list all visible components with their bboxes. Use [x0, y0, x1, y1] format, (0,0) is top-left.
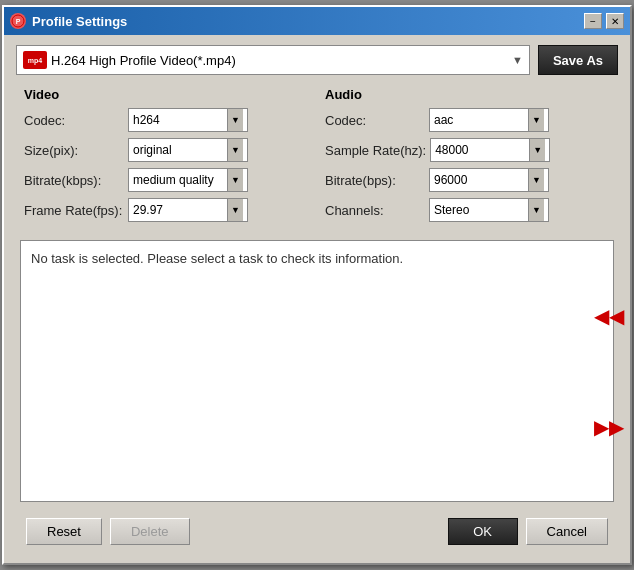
delete-button[interactable]: Delete	[110, 518, 190, 545]
footer-right-buttons: OK Cancel	[448, 518, 608, 545]
audio-bitrate-row: Bitrate(bps): 96000 ▼	[325, 168, 610, 192]
audio-channels-row: Channels: Stereo ▼	[325, 198, 610, 222]
video-codec-label: Codec:	[24, 113, 124, 128]
audio-channels-value: Stereo	[434, 203, 528, 217]
profile-select[interactable]: mp4 H.264 High Profile Video(*.mp4) ▼	[16, 45, 530, 75]
video-bitrate-select[interactable]: medium quality ▼	[128, 168, 248, 192]
video-size-value: original	[133, 143, 227, 157]
video-bitrate-value: medium quality	[133, 173, 227, 187]
app-icon: P	[10, 13, 26, 29]
title-bar-left: P Profile Settings	[10, 13, 127, 29]
video-framerate-value: 29.97	[133, 203, 227, 217]
audio-codec-label: Codec:	[325, 113, 425, 128]
video-framerate-select[interactable]: 29.97 ▼	[128, 198, 248, 222]
profile-settings-window: P Profile Settings − ✕ mp4 H.264 High Pr…	[2, 5, 632, 565]
audio-bitrate-arrow[interactable]: ▼	[528, 169, 544, 191]
minimize-button[interactable]: −	[584, 13, 602, 29]
audio-codec-select[interactable]: aac ▼	[429, 108, 549, 132]
video-framerate-row: Frame Rate(fps): 29.97 ▼	[24, 198, 309, 222]
video-codec-value: h264	[133, 113, 227, 127]
footer: Reset Delete OK Cancel	[16, 510, 618, 553]
forward-button[interactable]: ▶▶	[594, 417, 624, 437]
profile-select-label: H.264 High Profile Video(*.mp4)	[51, 53, 508, 68]
save-as-button[interactable]: Save As	[538, 45, 618, 75]
video-size-arrow[interactable]: ▼	[227, 139, 243, 161]
audio-samplerate-arrow[interactable]: ▼	[529, 139, 545, 161]
video-size-label: Size(pix):	[24, 143, 124, 158]
info-panel: No task is selected. Please select a tas…	[20, 240, 614, 502]
close-button[interactable]: ✕	[606, 13, 624, 29]
video-section-title: Video	[24, 87, 309, 102]
audio-channels-select[interactable]: Stereo ▼	[429, 198, 549, 222]
audio-codec-arrow[interactable]: ▼	[528, 109, 544, 131]
audio-samplerate-row: Sample Rate(hz): 48000 ▼	[325, 138, 610, 162]
audio-bitrate-value: 96000	[434, 173, 528, 187]
audio-bitrate-select[interactable]: 96000 ▼	[429, 168, 549, 192]
reset-button[interactable]: Reset	[26, 518, 102, 545]
window-body: mp4 H.264 High Profile Video(*.mp4) ▼ Sa…	[4, 35, 630, 563]
video-section: Video Codec: h264 ▼ Size(pix): original …	[16, 83, 317, 232]
audio-samplerate-label: Sample Rate(hz):	[325, 143, 426, 158]
video-framerate-label: Frame Rate(fps):	[24, 203, 124, 218]
video-framerate-arrow[interactable]: ▼	[227, 199, 243, 221]
svg-text:P: P	[16, 18, 21, 25]
footer-left-buttons: Reset Delete	[26, 518, 190, 545]
title-bar-controls: − ✕	[584, 13, 624, 29]
info-message: No task is selected. Please select a tas…	[31, 251, 403, 266]
audio-bitrate-label: Bitrate(bps):	[325, 173, 425, 188]
audio-samplerate-value: 48000	[435, 143, 529, 157]
title-bar: P Profile Settings − ✕	[4, 7, 630, 35]
video-bitrate-label: Bitrate(kbps):	[24, 173, 124, 188]
video-size-row: Size(pix): original ▼	[24, 138, 309, 162]
video-codec-arrow[interactable]: ▼	[227, 109, 243, 131]
audio-section-title: Audio	[325, 87, 610, 102]
audio-channels-arrow[interactable]: ▼	[528, 199, 544, 221]
audio-codec-row: Codec: aac ▼	[325, 108, 610, 132]
audio-channels-label: Channels:	[325, 203, 425, 218]
rewind-button[interactable]: ◀◀	[594, 306, 624, 326]
audio-section: Audio Codec: aac ▼ Sample Rate(hz): 4800…	[317, 83, 618, 232]
video-codec-row: Codec: h264 ▼	[24, 108, 309, 132]
nav-buttons: ◀◀ ▶▶	[594, 240, 624, 502]
ok-button[interactable]: OK	[448, 518, 518, 545]
window-title: Profile Settings	[32, 14, 127, 29]
audio-samplerate-select[interactable]: 48000 ▼	[430, 138, 550, 162]
video-bitrate-arrow[interactable]: ▼	[227, 169, 243, 191]
profile-dropdown-arrow[interactable]: ▼	[512, 54, 523, 66]
cancel-button[interactable]: Cancel	[526, 518, 608, 545]
profile-row: mp4 H.264 High Profile Video(*.mp4) ▼ Sa…	[16, 45, 618, 75]
video-codec-select[interactable]: h264 ▼	[128, 108, 248, 132]
settings-area: Video Codec: h264 ▼ Size(pix): original …	[16, 83, 618, 232]
audio-codec-value: aac	[434, 113, 528, 127]
mp4-icon: mp4	[23, 51, 47, 69]
video-bitrate-row: Bitrate(kbps): medium quality ▼	[24, 168, 309, 192]
video-size-select[interactable]: original ▼	[128, 138, 248, 162]
